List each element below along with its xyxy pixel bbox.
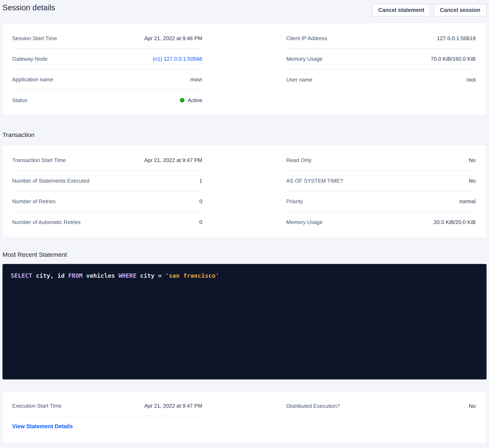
distributed-execution-label: Distributed Execution?: [286, 403, 340, 409]
as-of-system-time-row: AS OF SYSTEM TIME? No: [286, 171, 476, 191]
execution-start-time-value: Apr 21, 2022 at 9:47 PM: [144, 403, 202, 409]
sql-token-select: SELECT: [11, 272, 32, 279]
statements-executed-row: Number of Statements Executed 1: [12, 171, 202, 191]
session-card-columns: Session Start Time Apr 21, 2022 at 9:46 …: [12, 28, 476, 111]
client-ip-value: 127.0.0.1:50619: [437, 35, 476, 41]
sql-token-columns: city, id: [32, 272, 68, 279]
session-start-time-label: Session Start Time: [12, 35, 57, 41]
transaction-card-left-column: Transaction Start Time Apr 21, 2022 at 9…: [12, 150, 202, 232]
gateway-node-row: Gateway Node (n1) 127.0.0.1:50566: [12, 49, 202, 69]
transaction-card-right-column: Read Only No AS OF SYSTEM TIME? No Prior…: [286, 150, 476, 232]
execution-start-time-label: Execution Start Time: [12, 403, 62, 409]
automatic-retries-label: Number of Automatic Retries: [12, 219, 81, 225]
transaction-memory-usage-label: Memory Usage: [286, 219, 323, 225]
transaction-card: Transaction Start Time Apr 21, 2022 at 9…: [2, 145, 487, 238]
distributed-execution-value: No: [469, 403, 476, 409]
sql-token-string-literal: 'san francisco': [165, 272, 219, 279]
transaction-memory-usage-value: 20.0 KiB/20.0 KiB: [434, 219, 476, 225]
execution-card: Execution Start Time Apr 21, 2022 at 9:4…: [2, 391, 487, 443]
status-row: Status Active: [12, 90, 202, 111]
execution-card-right-column: Distributed Execution? No: [286, 396, 476, 430]
session-card-left-column: Session Start Time Apr 21, 2022 at 9:46 …: [12, 28, 202, 111]
sql-token-from: FROM: [68, 272, 82, 279]
read-only-row: Read Only No: [286, 150, 476, 171]
session-memory-usage-value: 70.0 KiB/160.0 KiB: [431, 56, 476, 62]
view-statement-details-link[interactable]: View Statement Details: [12, 423, 73, 430]
transaction-card-columns: Transaction Start Time Apr 21, 2022 at 9…: [12, 150, 476, 232]
session-card-right-column: Client IP Address 127.0.0.1:50619 Memory…: [286, 28, 476, 111]
client-ip-row: Client IP Address 127.0.0.1:50619: [286, 28, 476, 49]
application-name-row: Application name movr: [12, 69, 202, 90]
cancel-session-button[interactable]: Cancel session: [434, 4, 487, 17]
statement-details-link-row: View Statement Details: [12, 416, 202, 430]
sql-token-condition: city =: [137, 272, 165, 279]
statements-executed-label: Number of Statements Executed: [12, 178, 90, 184]
user-name-row: User name root: [286, 69, 476, 90]
automatic-retries-row: Number of Automatic Retries 0: [12, 212, 202, 232]
sql-statement-line: SELECT city, id FROM vehicles WHERE city…: [11, 271, 478, 280]
sql-token-table: vehicles: [82, 272, 119, 279]
statement-section-heading: Most Recent Statement: [2, 251, 487, 258]
status-value: Active: [180, 97, 202, 104]
page-header: Session details Cancel statement Cancel …: [2, 0, 487, 23]
as-of-system-time-label: AS OF SYSTEM TIME?: [286, 178, 343, 184]
sql-token-where: WHERE: [119, 272, 137, 279]
transaction-start-time-value: Apr 21, 2022 at 9:47 PM: [144, 157, 202, 164]
as-of-system-time-value: No: [469, 178, 476, 184]
session-details-page: Session details Cancel statement Cancel …: [0, 0, 489, 448]
read-only-label: Read Only: [286, 157, 312, 164]
application-name-label: Application name: [12, 76, 53, 83]
transaction-memory-usage-row: Memory Usage 20.0 KiB/20.0 KiB: [286, 212, 476, 232]
cancel-statement-button[interactable]: Cancel statement: [372, 4, 431, 17]
user-name-value: root: [466, 77, 476, 83]
number-of-retries-label: Number of Retries: [12, 198, 56, 205]
status-text: Active: [188, 97, 202, 104]
session-summary-card: Session Start Time Apr 21, 2022 at 9:46 …: [2, 23, 487, 115]
number-of-retries-row: Number of Retries 0: [12, 191, 202, 212]
transaction-start-time-row: Transaction Start Time Apr 21, 2022 at 9…: [12, 150, 202, 171]
session-start-time-row: Session Start Time Apr 21, 2022 at 9:46 …: [12, 28, 202, 49]
session-memory-usage-label: Memory Usage: [286, 56, 323, 62]
sql-statement-box: SELECT city, id FROM vehicles WHERE city…: [2, 264, 487, 380]
read-only-value: No: [469, 157, 476, 164]
number-of-retries-value: 0: [199, 198, 202, 205]
transaction-section-heading: Transaction: [2, 131, 487, 138]
automatic-retries-value: 0: [199, 219, 202, 225]
priority-row: Priority normal: [286, 191, 476, 212]
execution-card-columns: Execution Start Time Apr 21, 2022 at 9:4…: [12, 396, 476, 430]
user-name-label: User name: [286, 77, 312, 83]
header-actions: Cancel statement Cancel session: [372, 3, 487, 17]
status-active-dot-icon: [180, 98, 184, 102]
gateway-node-label: Gateway Node: [12, 56, 48, 62]
application-name-value: movr: [190, 76, 202, 83]
execution-card-left-column: Execution Start Time Apr 21, 2022 at 9:4…: [12, 396, 202, 430]
status-label: Status: [12, 97, 27, 104]
transaction-start-time-label: Transaction Start Time: [12, 157, 66, 164]
client-ip-label: Client IP Address: [286, 35, 327, 41]
page-title: Session details: [2, 3, 55, 12]
gateway-node-link[interactable]: (n1) 127.0.0.1:50566: [153, 56, 202, 62]
distributed-execution-row: Distributed Execution? No: [286, 396, 476, 416]
session-memory-usage-row: Memory Usage 70.0 KiB/160.0 KiB: [286, 49, 476, 69]
execution-start-time-row: Execution Start Time Apr 21, 2022 at 9:4…: [12, 396, 202, 416]
priority-label: Priority: [286, 198, 303, 205]
session-start-time-value: Apr 21, 2022 at 9:46 PM: [144, 35, 202, 41]
statements-executed-value: 1: [199, 178, 202, 184]
priority-value: normal: [459, 198, 476, 205]
